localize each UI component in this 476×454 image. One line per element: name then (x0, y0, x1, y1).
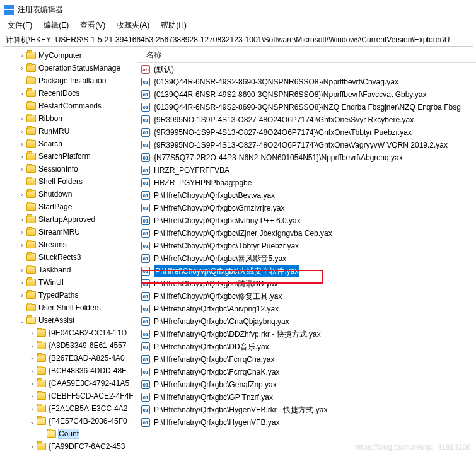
tree-item[interactable]: ›{FA99DFC7-6AC2-453 (0, 440, 137, 453)
chevron-down-icon[interactable]: ⌄ (19, 317, 25, 324)
chevron-right-icon[interactable]: › (29, 405, 35, 412)
chevron-right-icon[interactable]: › (29, 355, 35, 362)
list-header[interactable]: 名称 (137, 48, 476, 63)
list-row[interactable]: 01P:\Hfref\Choyvp\Qrfxgbc\Grnzlvrjre.yax (137, 202, 476, 214)
list-row[interactable]: 01{N77S5Q77-2R2O-44P3-N6N2-NON601054N51}… (137, 151, 476, 164)
list-row[interactable]: 01P:\Hfref\Choyvp\Qrfxgbc\Tbbtyr Puebzr.… (137, 240, 476, 252)
tree-item[interactable]: ⌄{F4E57C4B-2036-45F0 (0, 415, 137, 428)
list-row[interactable]: 01P:\Hfref\Choyvp\Qrfxgbc\修复工具.yax (137, 290, 476, 303)
tree-item[interactable]: ›SearchPlatform (0, 150, 137, 163)
tree-item[interactable]: ›Ribbon (0, 112, 137, 125)
list-row[interactable]: 01P:\Hfref\natry\Qrfxgbc\HygenVFB.yax (137, 416, 476, 429)
menu-help[interactable]: 帮助(H) (156, 19, 192, 32)
list-row[interactable]: 01P:\Hfref\natry\Qrfxgbc\CnaQbjaybnq.yax (137, 315, 476, 328)
tree-item[interactable]: ›RecentDocs (0, 87, 137, 100)
chevron-right-icon[interactable]: › (19, 267, 25, 274)
list-row[interactable]: 01P:\Hfref\Choyvp\Qrfxgbc\IZjner Jbexfgn… (137, 227, 476, 240)
chevron-right-icon[interactable]: › (29, 368, 35, 375)
list-row[interactable]: ab(默认) (137, 63, 476, 76)
tree-item[interactable]: Shell Folders (0, 175, 137, 188)
tree-item[interactable]: ›StreamMRU (0, 226, 137, 238)
list-row[interactable]: 01{0139Q44R-6NSR-49S2-8690-3QNSPNR6SSO8}… (137, 101, 476, 114)
menu-file[interactable]: 文件(F) (3, 19, 37, 32)
chevron-right-icon[interactable]: › (19, 141, 25, 148)
tree-item[interactable]: Package Installation (0, 74, 137, 87)
tree-item[interactable]: ›TWinUI (0, 276, 137, 289)
tree-item[interactable]: ›{CAA59E3C-4792-41A5 (0, 377, 137, 390)
chevron-right-icon[interactable]: › (19, 216, 25, 223)
menu-view[interactable]: 查看(V) (75, 19, 110, 32)
tree-item[interactable]: ›SessionInfo (0, 163, 137, 175)
folder-icon (26, 190, 36, 198)
chevron-right-icon[interactable]: › (19, 115, 25, 122)
tree-item[interactable]: ›Shutdown (0, 188, 137, 201)
list-row[interactable]: 01{9R3995NO-1S9P-4S13-O827-48O24O6P7174}… (137, 139, 476, 151)
tree-label: OperationStatusManage (38, 64, 120, 73)
tree-item[interactable]: ›{B267E3AD-A825-4A0 (0, 352, 137, 364)
list-body[interactable]: ab(默认)01{0139Q44R-6NSR-49S2-8690-3QNSPNR… (137, 63, 476, 454)
list-row[interactable]: 01P:\Hfref\Choyvp\Qrfxgbc\暴风影音5.yax (137, 252, 476, 265)
chevron-right-icon[interactable]: › (19, 242, 25, 248)
chevron-right-icon[interactable]: › (29, 380, 35, 387)
folder-icon (26, 216, 36, 223)
list-row[interactable]: 01P:\Hfref\natry\Qrfxgbc\GenafZnp.yax (137, 378, 476, 391)
reg-binary-icon: 01 (141, 405, 150, 414)
col-name[interactable]: 名称 (142, 48, 165, 63)
tree-pane[interactable]: ›MyComputer›OperationStatusManagePackage… (0, 48, 137, 454)
list-row[interactable]: 01P:\Hfref\natry\Qrfxgbc\DDZhfvp.rkr - 快… (137, 328, 476, 340)
tree-item[interactable]: ›{BCB48336-4DDD-48F (0, 364, 137, 377)
list-row[interactable]: 01P:\Hfref\natry\Qrfxgbc\Anivpng12.yax (137, 303, 476, 315)
tree-item[interactable]: ›OperationStatusManage (0, 62, 137, 74)
list-row[interactable]: 01{0139Q44R-6NSR-49S2-8690-3QNSPNR6SSO8}… (137, 88, 476, 101)
tree-item[interactable]: Count (0, 428, 137, 440)
chevron-right-icon[interactable]: › (29, 393, 35, 400)
chevron-right-icon[interactable]: › (29, 443, 35, 450)
tree-item[interactable]: ›{CEBFF5CD-ACE2-4F4F (0, 390, 137, 402)
tree-item[interactable]: ›{A3D53349-6E61-4557 (0, 339, 137, 352)
list-row[interactable]: 01HRZR_PGYHPNPbhag:pgbe (137, 177, 476, 189)
list-row[interactable]: 01P:\Hfref\Choyvp\Qrfxgbc\火绒安全软件.yax (137, 265, 476, 277)
tree-item[interactable]: ›StartupApproved (0, 213, 137, 226)
chevron-right-icon[interactable]: › (19, 292, 25, 299)
chevron-right-icon[interactable]: › (19, 65, 25, 72)
chevron-right-icon[interactable]: › (19, 128, 25, 135)
tree-item[interactable]: StuckRects3 (0, 251, 137, 264)
chevron-right-icon[interactable]: › (29, 330, 35, 337)
chevron-right-icon[interactable]: › (19, 90, 25, 97)
list-row[interactable]: 01HRZR_PGYFRFFVBA (137, 164, 476, 177)
tree-item[interactable]: ›{9E04CAB2-CC14-11D (0, 327, 137, 339)
menu-edit[interactable]: 编辑(E) (38, 19, 74, 32)
chevron-right-icon[interactable]: › (19, 279, 25, 286)
list-row[interactable]: 01P:\Hfref\natry\Qrfxgbc\GP Tnzrf.yax (137, 391, 476, 404)
chevron-right-icon[interactable]: › (19, 166, 25, 173)
tree-item[interactable]: ›TypedPaths (0, 289, 137, 301)
tree-item[interactable]: ›{F2A1CB5A-E3CC-4A2 (0, 402, 137, 415)
list-row[interactable]: 01P:\Hfref\natry\Qrfxgbc\FcrrqCna.yax (137, 353, 476, 366)
list-row[interactable]: 01P:\Hfref\Choyvp\Qrfxgbc\腾讯DD.yax (137, 277, 476, 290)
chevron-right-icon[interactable]: › (19, 191, 25, 198)
tree-item[interactable]: ›Search (0, 137, 137, 150)
list-row[interactable]: 01P:\Hfref\natry\Qrfxgbc\HygenVFB.rkr - … (137, 404, 476, 416)
tree-item[interactable]: ›Streams (0, 238, 137, 251)
chevron-right-icon[interactable]: › (19, 229, 25, 236)
list-row[interactable]: 01P:\Hfref\natry\Qrfxgbc\FcrrqCnaK.yax (137, 366, 476, 378)
tree-item[interactable]: ⌄UserAssist (0, 314, 137, 327)
address-bar[interactable]: 计算机\HKEY_USERS\S-1-5-21-394166453-256738… (3, 33, 473, 47)
tree-item[interactable]: User Shell Folders (0, 301, 137, 314)
tree-item[interactable]: StartPage (0, 201, 137, 213)
list-row[interactable]: 01P:\Hfref\natry\Qrfxgbc\DD音乐.yax (137, 340, 476, 353)
list-row[interactable]: 01P:\Hfref\Choyvp\Qrfxgbc\Bevtva.yax (137, 189, 476, 202)
tree-item[interactable]: ›Taskband (0, 264, 137, 276)
chevron-right-icon[interactable]: › (29, 342, 35, 349)
list-row[interactable]: 01P:\Hfref\Choyvp\Qrfxgbc\Ivfhny P++ 6.0… (137, 214, 476, 227)
tree-item[interactable]: ›MyComputer (0, 49, 137, 62)
menu-favorites[interactable]: 收藏夹(A) (112, 19, 154, 32)
chevron-right-icon[interactable]: › (19, 52, 25, 59)
tree-item[interactable]: ›RunMRU (0, 125, 137, 137)
list-row[interactable]: 01{0139Q44R-6NSR-49S2-8690-3QNSPNR6SSO8}… (137, 76, 476, 88)
list-row[interactable]: 01{9R3995NO-1S9P-4S13-O827-48O24O6P7174}… (137, 114, 476, 126)
chevron-down-icon[interactable]: ⌄ (29, 418, 35, 425)
tree-item[interactable]: RestartCommands (0, 100, 137, 112)
list-row[interactable]: 01{9R3995NO-1S9P-4S13-O827-48O24O6P7174}… (137, 126, 476, 139)
chevron-right-icon[interactable]: › (19, 153, 25, 160)
